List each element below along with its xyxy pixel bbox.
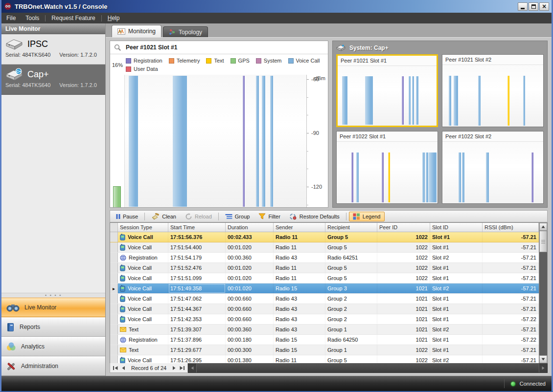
column-header-peer-id[interactable]: Peer ID xyxy=(377,223,430,232)
menu-item-request-feature[interactable]: Request Feature xyxy=(46,13,100,23)
table-row[interactable]: Voice Call17:51:44.36700:00.660Radio 43G… xyxy=(110,304,539,314)
pause-button[interactable]: Pause xyxy=(112,212,142,221)
peer-chart-peer-1021-slot-1[interactable]: Peer #1021 Slot #1 xyxy=(336,54,438,127)
menu-item-tools[interactable]: Tools xyxy=(21,13,44,23)
chart-bar xyxy=(356,152,359,202)
table-row[interactable]: Voice Call17:51:51.09900:01.020Radio 11G… xyxy=(110,273,539,283)
legend-label: Registration xyxy=(134,58,162,64)
menu-item-file[interactable]: File xyxy=(1,13,21,23)
cell-text: 17:51:51.099 xyxy=(170,275,202,281)
legend-swatch xyxy=(169,58,174,64)
table-row[interactable]: Voice Call17:51:42.35300:00.660Radio 43G… xyxy=(110,314,539,325)
magnifier-icon[interactable] xyxy=(114,44,121,51)
restore-defaults-button[interactable]: Restore Defaults xyxy=(285,212,344,221)
cell-duration: 00:00.180 xyxy=(226,335,274,345)
cell-text: Text xyxy=(129,347,138,353)
peer-chart-peer-1022-slot-1[interactable]: Peer #1022 Slot #1 xyxy=(336,131,438,204)
chart-title: Peer #1021 Slot #1 xyxy=(126,44,177,51)
column-header-rssi-dbm-[interactable]: RSSI (dBm) xyxy=(483,223,539,232)
system-panel-header: System: Cap+ xyxy=(336,41,544,54)
scroll-up-button[interactable] xyxy=(539,223,547,231)
first-record-button[interactable] xyxy=(113,366,118,370)
chart-body: dBm -60-90-120 xyxy=(110,75,328,207)
cell-text: Group 1 xyxy=(327,327,347,332)
cell-peer-id: 1022 xyxy=(377,232,430,242)
table-row[interactable]: Text17:51:29.67700:00.300Radio 15Group 1… xyxy=(110,345,539,355)
cell-start-time: 17:51:29.677 xyxy=(168,345,226,355)
table-row[interactable]: Registration17:51:37.89600:00.180Radio 1… xyxy=(110,335,539,345)
previous-record-button[interactable] xyxy=(121,366,126,370)
table-row[interactable]: Voice Call17:51:47.06200:00.660Radio 43G… xyxy=(110,294,539,304)
cell-text: Group 1 xyxy=(327,347,347,353)
cell-text: Radio 11 xyxy=(276,357,297,363)
cell-text: Radio 43 xyxy=(276,327,297,332)
sidebar-nav-administration[interactable]: Administration xyxy=(1,356,105,376)
next-record-button[interactable] xyxy=(172,366,177,370)
cell-text: 00:01.020 xyxy=(228,244,252,250)
cell-start-time: 17:51:54.179 xyxy=(168,253,226,262)
clean-button[interactable]: Clean xyxy=(147,212,180,221)
cell-text: 17:51:54.179 xyxy=(170,255,202,261)
horizontal-scrollbar-thumb[interactable] xyxy=(196,364,539,372)
chart-bar xyxy=(416,76,418,125)
table-row[interactable]: Text17:51:39.30700:00.360Radio 43Group 1… xyxy=(110,325,539,335)
tab-monitoring[interactable]: Monitoring xyxy=(112,25,161,37)
column-header-slot-id[interactable]: Slot ID xyxy=(430,223,483,232)
table-row[interactable]: Voice Call17:51:54.40000:01.020Radio 11G… xyxy=(110,242,539,253)
column-header-duration[interactable]: Duration xyxy=(226,223,274,232)
cell-text: Group 2 xyxy=(327,296,347,302)
column-header-session-type[interactable]: Session Type xyxy=(118,223,168,232)
cell-rssi-dbm-: -57.21 xyxy=(483,325,539,334)
column-header-start-time[interactable]: Start Time xyxy=(168,223,226,232)
tab-topology[interactable]: Topology xyxy=(163,26,208,37)
table-row[interactable]: Voice Call17:51:26.29500:01.380Radio 11G… xyxy=(110,355,539,363)
sidebar-nav-live-monitor[interactable]: Live Monitor xyxy=(1,298,105,317)
cell-slot-id: Slot #1 xyxy=(430,232,483,242)
table-row[interactable]: Registration17:51:54.17900:00.360Radio 4… xyxy=(110,253,539,263)
maximize-button[interactable] xyxy=(529,2,538,11)
group-button[interactable]: Group xyxy=(221,212,254,221)
table-row[interactable]: ▸Voice Call17:51:49.35800:01.020Radio 15… xyxy=(110,283,539,294)
filter-button[interactable]: Filter xyxy=(254,212,284,221)
table-horizontal-scrollbar[interactable] xyxy=(188,363,548,373)
column-header-recipient[interactable]: Recipient xyxy=(325,223,377,232)
app-logo-icon xyxy=(4,2,12,10)
row-indicator-header xyxy=(110,223,118,232)
cell-text: Slot #1 xyxy=(432,296,449,302)
row-indicator xyxy=(110,314,118,324)
vertical-scrollbar-track[interactable] xyxy=(539,252,547,355)
scroll-right-button[interactable] xyxy=(539,366,547,370)
sidebar-splitter[interactable]: ▪ ▪ ▪ ▪ xyxy=(1,293,105,298)
minimize-icon xyxy=(521,8,525,9)
vertical-scrollbar-thumb[interactable] xyxy=(539,231,547,252)
scroll-left-button[interactable] xyxy=(188,366,196,370)
sidebar-nav-analytics[interactable]: Analytics xyxy=(1,337,105,356)
device-item-ipsc[interactable]: IPSCSerial: 484TKS640Version: 1.7.2.0 xyxy=(1,34,105,65)
table-row[interactable]: Voice Call17:51:56.37600:02.433Radio 11G… xyxy=(110,232,539,242)
maximize-icon xyxy=(531,4,536,9)
legend-button[interactable]: Legend xyxy=(349,212,385,221)
table-row[interactable]: Voice Call17:51:52.47600:01.020Radio 11G… xyxy=(110,263,539,273)
chart-bar xyxy=(173,76,187,207)
cell-recipient: Group 5 xyxy=(325,263,377,273)
text-message-icon xyxy=(120,327,126,332)
device-item-cap[interactable]: C+Cap+Serial: 484TKS640Version: 1.7.2.0 xyxy=(1,65,105,95)
minimize-button[interactable] xyxy=(518,2,528,11)
axis-minor-tick xyxy=(307,151,308,152)
peer-chart-plot xyxy=(442,142,543,203)
toolbar-button-label: Legend xyxy=(363,214,381,219)
sidebar-nav-reports[interactable]: Reports xyxy=(1,317,105,337)
peer-chart-peer-1021-slot-2[interactable]: Peer #1021 Slot #2 xyxy=(442,54,544,127)
column-header-sender[interactable]: Sender xyxy=(274,223,325,232)
cell-text: -57.21 xyxy=(521,306,536,312)
last-record-button[interactable] xyxy=(179,366,185,370)
table-vertical-scrollbar[interactable] xyxy=(539,223,547,363)
menu-item-help[interactable]: Help xyxy=(103,13,125,23)
peer-chart-peer-1022-slot-2[interactable]: Peer #1022 Slot #2 xyxy=(442,131,544,204)
close-button[interactable]: × xyxy=(539,2,549,11)
axis-minor-tick xyxy=(307,205,308,205)
scroll-down-button[interactable] xyxy=(539,355,547,363)
cell-session-type: Voice Call xyxy=(118,283,168,293)
toolbar-separator xyxy=(218,213,219,220)
main-chart-plot[interactable] xyxy=(125,75,306,207)
